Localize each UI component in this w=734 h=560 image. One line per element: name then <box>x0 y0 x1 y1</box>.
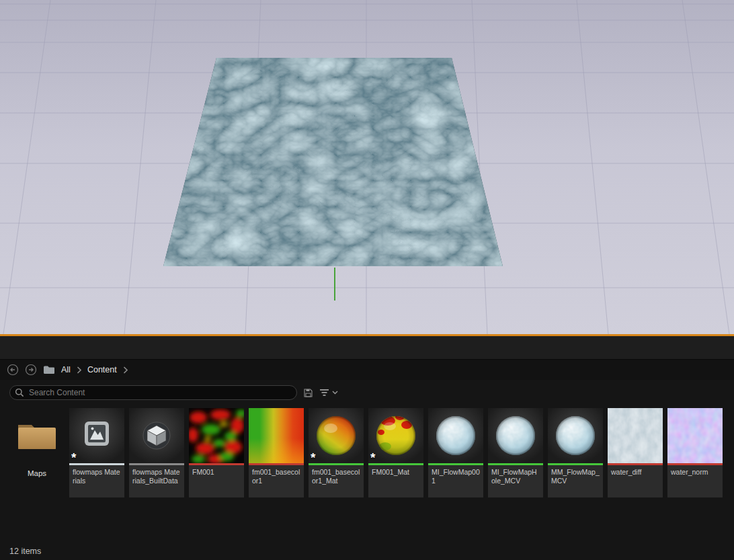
back-arrow-icon <box>7 364 19 376</box>
asset-thumbnail <box>189 408 244 463</box>
viewport-scene <box>0 0 734 334</box>
forward-button[interactable] <box>25 364 37 376</box>
content-browser-nav: All Content <box>0 360 734 380</box>
folder-thumbnail <box>9 408 65 463</box>
asset-name: flowmaps Materials_BuiltData <box>129 465 184 497</box>
asset-tile-mi-flowmaphole-mcv[interactable]: MI_FlowMapHole_MCV <box>488 408 543 497</box>
asset-thumbnail: * <box>309 408 364 463</box>
asset-name: flowmaps Materials <box>69 465 124 497</box>
asset-tile-water-diff[interactable]: water_diff <box>608 408 663 497</box>
asset-tile-flowmaps-materials-builtdata[interactable]: flowmaps Materials_BuiltData <box>129 408 184 497</box>
level-icon <box>69 408 124 463</box>
viewport-3d[interactable] <box>0 0 734 334</box>
asset-name: water_diff <box>608 465 663 497</box>
normal-map-thumb <box>667 408 723 463</box>
asset-thumbnail <box>428 408 483 463</box>
material-sphere-thumb <box>309 408 364 463</box>
back-button[interactable] <box>7 364 19 376</box>
asset-tile-fm001[interactable]: FM001 <box>189 408 244 497</box>
save-search-button[interactable] <box>304 389 313 397</box>
asset-thumbnail <box>608 408 663 463</box>
content-browser-panel: All Content <box>0 336 734 560</box>
asset-thumbnail <box>548 408 603 463</box>
asset-tile-fm001-basecolor1-mat[interactable]: * fm001_basecolor1_Mat <box>309 408 364 497</box>
asset-grid: Maps * flowmaps Materials flowmaps Mater… <box>0 400 734 497</box>
path-folder-icon <box>43 365 55 374</box>
folder-tile-maps[interactable]: Maps <box>9 408 65 481</box>
search-icon <box>15 388 24 400</box>
asset-name: water_norm <box>667 465 723 497</box>
asset-tile-mm-flowmap-mcv[interactable]: MM_FlowMap_MCV <box>548 408 603 497</box>
material-sphere-thumb <box>368 408 423 463</box>
folder-name: Maps <box>9 463 65 481</box>
flowmap-texture-thumb <box>189 408 244 463</box>
asset-name: fm001_basecolor1 <box>249 465 304 497</box>
water-diffuse-thumb <box>608 408 663 463</box>
asset-thumbnail <box>667 408 723 463</box>
water-sphere-thumb <box>548 408 603 463</box>
chevron-right-icon <box>77 366 81 374</box>
breadcrumb-content[interactable]: Content <box>87 365 117 374</box>
content-browser-search-row <box>0 380 734 400</box>
breadcrumb-all[interactable]: All <box>61 365 71 374</box>
content-browser-titlebar <box>0 336 734 360</box>
asset-name: FM001 <box>189 465 244 497</box>
water-sphere-thumb <box>488 408 543 463</box>
folder-icon <box>15 418 58 453</box>
forward-arrow-icon <box>25 364 37 376</box>
water-plane-texture <box>163 58 503 266</box>
asset-thumbnail <box>249 408 304 463</box>
items-count: 12 items <box>9 547 41 556</box>
built-data-cube-icon <box>129 408 184 463</box>
asset-tile-flowmaps-materials[interactable]: * flowmaps Materials <box>69 408 124 497</box>
asset-name: MI_FlowMap001 <box>428 465 483 497</box>
water-sphere-thumb <box>428 408 483 463</box>
asset-name: FM001_Mat <box>368 465 423 497</box>
asset-tile-fm001-mat[interactable]: * FM001_Mat <box>368 408 423 497</box>
chevron-right-icon <box>123 366 128 374</box>
asset-thumbnail: * <box>69 408 124 463</box>
asset-thumbnail: * <box>368 408 423 463</box>
search-input[interactable] <box>9 385 297 400</box>
asset-name: MM_FlowMap_MCV <box>548 465 603 497</box>
save-icon <box>304 389 313 397</box>
asset-thumbnail <box>488 408 543 463</box>
asset-tile-water-norm[interactable]: water_norm <box>667 408 723 497</box>
asset-thumbnail <box>129 408 184 463</box>
asset-name: fm001_basecolor1_Mat <box>309 465 364 497</box>
filter-icon <box>319 389 329 397</box>
asset-name: MI_FlowMapHole_MCV <box>488 465 543 497</box>
chevron-down-icon <box>332 391 338 395</box>
filter-button[interactable] <box>319 389 338 397</box>
asset-tile-fm001-basecolor1[interactable]: fm001_basecolor1 <box>249 408 304 497</box>
status-bar: 12 items <box>9 547 41 556</box>
asset-tile-mi-flowmap001[interactable]: MI_FlowMap001 <box>428 408 483 497</box>
